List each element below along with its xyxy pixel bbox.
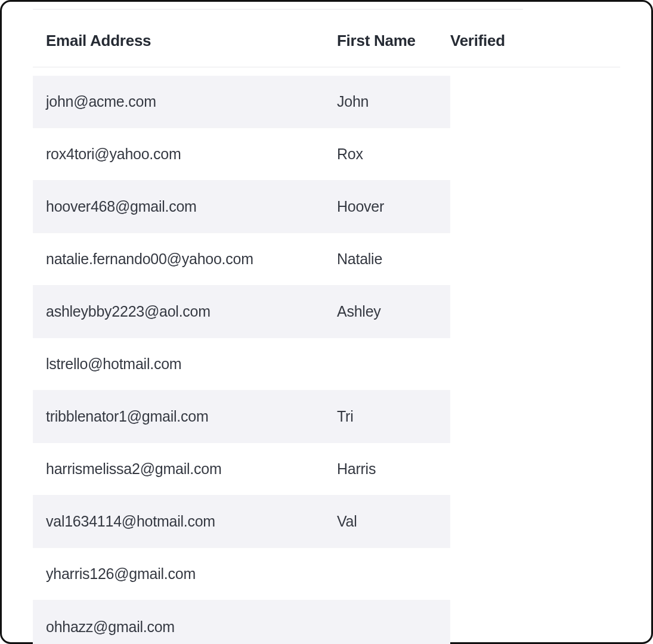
cell-email: ashleybby2223@aol.com — [33, 303, 337, 320]
cell-email: lstrello@hotmail.com — [33, 355, 337, 373]
cell-email: val1634114@hotmail.com — [33, 513, 337, 530]
table-header-row: Email Address First Name Verified — [33, 11, 620, 67]
table-row[interactable]: hoover468@gmail.com Hoover — [33, 181, 450, 233]
cell-first-name: Ashley — [337, 303, 432, 320]
table-row[interactable]: harrismelissa2@gmail.com Harris — [33, 443, 450, 496]
cell-first-name: Tri — [337, 408, 432, 425]
cell-email: tribblenator1@gmail.com — [33, 408, 337, 425]
email-table: Email Address First Name Verified john@a… — [33, 11, 620, 644]
table-row[interactable]: yharris126@gmail.com — [33, 548, 450, 600]
cell-email: john@acme.com — [33, 93, 337, 110]
table-row[interactable]: natalie.fernando00@yahoo.com Natalie — [33, 233, 450, 286]
cell-first-name: Harris — [337, 460, 432, 478]
cell-email: hoover468@gmail.com — [33, 198, 337, 215]
header-email[interactable]: Email Address — [33, 32, 337, 50]
cell-email: ohhazz@gmail.com — [33, 618, 337, 636]
cell-email: harrismelissa2@gmail.com — [33, 460, 337, 478]
cell-first-name: Val — [337, 513, 432, 530]
table-row[interactable]: john@acme.com John — [33, 76, 450, 128]
cell-first-name: John — [337, 93, 432, 110]
table-row[interactable]: tribblenator1@gmail.com Tri — [33, 391, 450, 443]
table-body: john@acme.com John rox4tori@yahoo.com Ro… — [33, 76, 620, 644]
header-verified[interactable]: Verified — [432, 32, 505, 50]
cell-email: rox4tori@yahoo.com — [33, 145, 337, 163]
cell-email: natalie.fernando00@yahoo.com — [33, 250, 337, 268]
table-row[interactable]: ohhazz@gmail.com — [33, 600, 450, 644]
cell-first-name: Natalie — [337, 250, 432, 268]
cell-first-name: Rox — [337, 145, 432, 163]
table-row[interactable]: rox4tori@yahoo.com Rox — [33, 128, 450, 181]
top-divider — [33, 9, 523, 10]
header-first-name[interactable]: First Name — [337, 32, 432, 50]
cell-email: yharris126@gmail.com — [33, 565, 337, 583]
table-row[interactable]: val1634114@hotmail.com Val — [33, 496, 450, 548]
table-row[interactable]: ashleybby2223@aol.com Ashley — [33, 286, 450, 338]
cell-first-name: Hoover — [337, 198, 432, 215]
table-row[interactable]: lstrello@hotmail.com — [33, 338, 450, 391]
